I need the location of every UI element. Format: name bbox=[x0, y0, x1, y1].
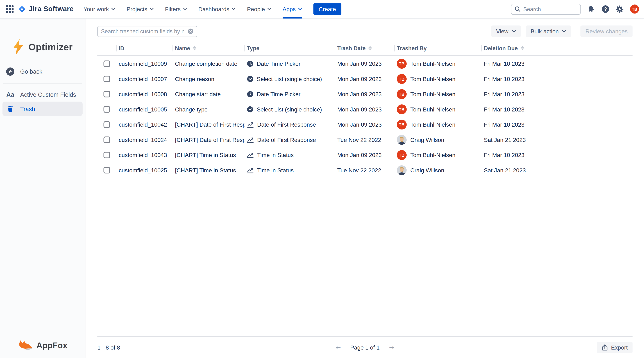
row-deletion-due: Fri Mar 10 2023 bbox=[482, 106, 540, 113]
page-indicator: Page 1 of 1 bbox=[350, 344, 380, 351]
row-checkbox[interactable] bbox=[104, 167, 110, 173]
main-content: View Bulk action Review changes ID Name … bbox=[86, 19, 644, 358]
row-id: customfield_10005 bbox=[116, 106, 172, 113]
trashed-by-avatar: TB bbox=[397, 150, 407, 160]
notifications-bell-icon[interactable] bbox=[587, 5, 595, 13]
fox-icon bbox=[18, 340, 32, 351]
nav-apps[interactable]: Apps bbox=[282, 0, 302, 18]
row-checkbox[interactable] bbox=[104, 151, 110, 158]
chevron-down-icon bbox=[512, 30, 516, 33]
row-name: Change completion date bbox=[172, 60, 244, 67]
row-deletion-due: Sat Jan 21 2023 bbox=[482, 167, 540, 173]
jira-logo[interactable]: Jira Software bbox=[18, 5, 74, 13]
sidebar-item-active-custom-fields[interactable]: Aa Active Custom Fields bbox=[0, 87, 85, 102]
table-header: ID Name Type Trash Date Trashed By Delet… bbox=[97, 44, 632, 56]
row-type: Time in Status bbox=[244, 151, 335, 158]
nav-projects[interactable]: Projects bbox=[127, 0, 154, 18]
export-button[interactable]: Export bbox=[597, 342, 633, 353]
trashed-by-avatar: TB bbox=[397, 119, 407, 129]
prev-page-arrow[interactable]: ← bbox=[336, 344, 341, 351]
table-row[interactable]: customfield_10024 [CHART] Date of First … bbox=[97, 132, 632, 147]
column-header-deletion-due[interactable]: Deletion Due bbox=[482, 44, 540, 52]
row-name: [CHART] Date of First Respo... bbox=[172, 121, 244, 128]
column-header-trash-date[interactable]: Trash Date bbox=[335, 44, 394, 52]
table-row[interactable]: customfield_10043 [CHART] Time in Status… bbox=[97, 147, 632, 162]
nav-people[interactable]: People bbox=[247, 0, 271, 18]
row-checkbox[interactable] bbox=[104, 121, 110, 128]
row-checkbox[interactable] bbox=[104, 75, 110, 82]
row-id: customfield_10042 bbox=[116, 121, 172, 128]
sort-icon[interactable] bbox=[193, 46, 196, 50]
row-trash-date: Mon Jan 09 2023 bbox=[335, 151, 394, 158]
top-nav-right: ? TB bbox=[511, 4, 639, 15]
row-checkbox[interactable] bbox=[104, 136, 110, 143]
global-search[interactable] bbox=[511, 4, 581, 15]
table-row[interactable]: customfield_10009 Change completion date… bbox=[97, 56, 632, 71]
text-fields-icon: Aa bbox=[6, 91, 14, 98]
chevron-down-icon bbox=[298, 8, 302, 10]
create-button[interactable]: Create bbox=[313, 3, 341, 15]
bulk-action-button[interactable]: Bulk action bbox=[526, 26, 571, 37]
table-row[interactable]: customfield_10005 Change type Select Lis… bbox=[97, 102, 632, 117]
row-trash-date: Mon Jan 09 2023 bbox=[335, 60, 394, 67]
clear-search-icon[interactable] bbox=[188, 29, 194, 34]
row-checkbox[interactable] bbox=[104, 106, 110, 113]
nav-your-work[interactable]: Your work bbox=[84, 0, 115, 18]
chevron-down-icon bbox=[111, 8, 115, 10]
arrow-left-icon bbox=[6, 67, 14, 76]
row-deletion-due: Fri Mar 10 2023 bbox=[482, 60, 540, 67]
next-page-arrow[interactable]: → bbox=[389, 344, 394, 351]
sort-icon[interactable] bbox=[520, 46, 524, 50]
app-switcher-icon[interactable] bbox=[6, 5, 14, 13]
chevron-down-icon bbox=[150, 8, 154, 10]
row-trashed-by: Craig Willson bbox=[394, 165, 482, 175]
share-up-icon bbox=[602, 344, 608, 351]
row-checkbox[interactable] bbox=[104, 91, 110, 97]
row-deletion-due: Fri Mar 10 2023 bbox=[482, 151, 540, 158]
table-footer: 1 - 8 of 8 ← Page 1 of 1 → Export bbox=[97, 336, 632, 358]
review-changes-button[interactable]: Review changes bbox=[580, 26, 632, 37]
type-icon bbox=[247, 136, 254, 143]
global-search-input[interactable] bbox=[523, 6, 577, 12]
row-checkbox[interactable] bbox=[104, 60, 110, 67]
settings-gear-icon[interactable] bbox=[616, 5, 624, 13]
view-button[interactable]: View bbox=[491, 26, 521, 37]
type-icon bbox=[247, 151, 254, 158]
row-trashed-by: TB Tom Buhl-Nielsen bbox=[394, 74, 482, 84]
table-row[interactable]: customfield_10025 [CHART] Time in Status… bbox=[97, 162, 632, 177]
row-type: Date of First Response bbox=[244, 136, 335, 143]
row-trashed-by: TB Tom Buhl-Nielsen bbox=[394, 150, 482, 160]
row-trash-date: Tue Nov 22 2022 bbox=[335, 136, 394, 143]
trashed-by-avatar: TB bbox=[397, 59, 407, 68]
sidebar-item-trash[interactable]: Trash bbox=[2, 102, 82, 116]
result-range: 1 - 8 of 8 bbox=[97, 344, 120, 351]
column-header-id[interactable]: ID bbox=[116, 44, 172, 52]
row-deletion-due: Fri Mar 10 2023 bbox=[482, 121, 540, 128]
user-avatar[interactable]: TB bbox=[630, 5, 639, 14]
table-row[interactable]: customfield_10008 Change start date Date… bbox=[97, 86, 632, 102]
row-type: Date of First Response bbox=[244, 121, 335, 128]
nav-filters[interactable]: Filters bbox=[165, 0, 187, 18]
trash-search[interactable] bbox=[97, 26, 197, 37]
trash-search-input[interactable] bbox=[101, 28, 185, 34]
chevron-down-icon bbox=[267, 8, 271, 10]
sort-icon[interactable] bbox=[368, 46, 372, 50]
table-row[interactable]: customfield_10007 Change reason Select L… bbox=[97, 71, 632, 86]
help-icon[interactable]: ? bbox=[602, 6, 609, 13]
chevron-down-icon bbox=[183, 8, 187, 10]
row-id: customfield_10043 bbox=[116, 151, 172, 158]
top-nav: Jira Software Your work Projects Filters… bbox=[0, 0, 644, 19]
toolbar-actions: View Bulk action Review changes bbox=[491, 26, 632, 37]
trash-icon bbox=[6, 105, 14, 112]
column-header-type[interactable]: Type bbox=[244, 44, 335, 52]
column-header-trashed-by[interactable]: Trashed By bbox=[394, 44, 482, 52]
column-header-name[interactable]: Name bbox=[172, 44, 244, 52]
go-back-button[interactable]: Go back bbox=[0, 66, 85, 77]
type-icon bbox=[247, 75, 254, 82]
chevron-down-icon bbox=[232, 8, 236, 10]
nav-dashboards[interactable]: Dashboards bbox=[198, 0, 236, 18]
row-trash-date: Mon Jan 09 2023 bbox=[335, 91, 394, 97]
table-row[interactable]: customfield_10042 [CHART] Date of First … bbox=[97, 117, 632, 132]
type-icon bbox=[247, 106, 254, 113]
product-name: Jira Software bbox=[29, 5, 74, 13]
